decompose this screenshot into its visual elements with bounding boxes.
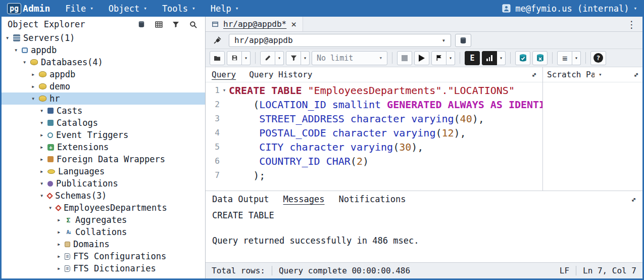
chevron-right-icon[interactable]: ▸ [29, 71, 37, 78]
chevron-right-icon[interactable]: ▸ [38, 168, 45, 175]
query-area: Query Query History ↔ 1▾CREATE TABLE "Em… [206, 67, 642, 191]
chevron-down-icon[interactable]: ▾ [38, 192, 45, 199]
code-text[interactable]: ); [229, 168, 542, 182]
chevron-down-icon[interactable]: ▾ [38, 107, 45, 114]
maximize-panel-icon[interactable]: ↔ [529, 69, 539, 79]
macros-dropdown[interactable]: ▾ [572, 51, 581, 65]
chevron-right-icon[interactable]: ▸ [55, 228, 63, 236]
tree-item-appdb[interactable]: ▸appdb [2, 68, 205, 80]
menu-file[interactable]: File ▾ [65, 4, 93, 14]
filter-icon[interactable] [170, 18, 182, 30]
close-icon[interactable]: × [291, 20, 296, 29]
stop-button[interactable] [397, 51, 412, 65]
save-options-dropdown[interactable]: ▾ [242, 51, 251, 65]
tree-item-schemas-3-[interactable]: ▾Schemas(3) [2, 190, 205, 202]
code-text[interactable]: CREATE TABLE "EmployeesDepartments"."LOC… [229, 83, 542, 98]
chevron-right-icon[interactable]: ▸ [55, 216, 63, 223]
tree-item-domains[interactable]: ▸Domains [2, 238, 205, 250]
search-icon[interactable] [187, 18, 199, 30]
macros-button[interactable]: ≡ [557, 51, 572, 65]
code-text[interactable]: (LOCATION_ID smallint GENERATED ALWAYS A… [229, 98, 542, 112]
tree-item-hr[interactable]: ▾hr [2, 92, 205, 105]
filter-options-dropdown[interactable]: ▾ [301, 51, 310, 65]
tree-item-casts[interactable]: ▾Casts [2, 105, 205, 117]
save-button[interactable] [227, 51, 242, 65]
chevron-down-icon[interactable]: ▾ [599, 71, 602, 78]
chevron-down-icon[interactable]: ▾ [29, 95, 37, 102]
kebab-menu-icon[interactable]: ⋮ [621, 19, 642, 30]
rollback-button[interactable] [532, 51, 548, 65]
execute-to-flag-button[interactable] [431, 51, 447, 65]
execute-button[interactable] [414, 51, 429, 65]
chevron-right-icon[interactable]: ▸ [38, 144, 45, 151]
cursor-position[interactable]: Ln 7, Col 7 [583, 266, 636, 275]
chevron-right-icon[interactable]: ▸ [55, 253, 63, 260]
tree-item-catalogs[interactable]: ▾Catalogs [2, 117, 205, 129]
tree-item-languages[interactable]: ▸Languages [2, 165, 205, 177]
tree-item-event-triggers[interactable]: ▸Event Triggers [2, 129, 205, 141]
editor-line: 6 COUNTRY_ID CHAR(2) [206, 154, 542, 168]
view-data-icon[interactable] [153, 18, 165, 30]
code-text[interactable]: POSTAL_CODE character varying(12), [229, 126, 542, 140]
menu-object[interactable]: Object ▾ [109, 4, 147, 14]
scratch-pad-body[interactable] [543, 82, 642, 191]
maximize-panel-icon[interactable]: ↔ [628, 194, 638, 204]
tab-query-history[interactable]: Query History [249, 70, 312, 79]
chevron-down-icon[interactable]: ▾ [4, 34, 11, 41]
chevron-right-icon[interactable]: ▸ [29, 83, 37, 90]
tree-item-publications[interactable]: ▾Publications [2, 177, 205, 190]
open-file-button[interactable] [210, 51, 225, 65]
connection-status-icon[interactable] [210, 34, 225, 47]
edit-button[interactable] [260, 51, 275, 65]
maximize-panel-icon[interactable]: ↔ [631, 69, 641, 79]
filter-button[interactable] [286, 51, 301, 65]
tree-item-demo[interactable]: ▸demo [2, 80, 205, 92]
tab-messages[interactable]: Messages [283, 194, 325, 204]
chevron-down-icon[interactable]: ▾ [21, 59, 28, 66]
help-button[interactable]: ? [590, 51, 606, 65]
chevron-right-icon[interactable]: ▸ [38, 131, 45, 138]
tab-notifications[interactable]: Notifications [338, 194, 406, 204]
eol-indicator[interactable]: LF [560, 266, 569, 275]
explain-analyze-button[interactable] [482, 51, 497, 65]
chevron-down-icon[interactable]: ▾ [38, 119, 45, 126]
execute-options-dropdown[interactable]: ▾ [447, 51, 455, 65]
code-text[interactable]: STREET_ADDRESS character varying(40), [229, 112, 542, 126]
play-icon [419, 55, 425, 62]
sql-editor[interactable]: 1▾CREATE TABLE "EmployeesDepartments"."L… [206, 82, 542, 191]
menu-help[interactable]: Help ▾ [211, 4, 239, 14]
chevron-right-icon[interactable]: ▸ [38, 156, 45, 163]
explain-analyze-dropdown[interactable]: ▾ [497, 51, 506, 65]
tree-item-aggregates[interactable]: ▸Aggregates [2, 214, 205, 226]
chevron-right-icon[interactable]: ▸ [55, 241, 63, 248]
code-fold-icon[interactable]: ▾ [220, 83, 229, 98]
tree-item-foreign-data-wrappers[interactable]: ▸Foreign Data Wrappers [2, 153, 205, 165]
user-menu[interactable]: me@fymio.us (internal) ▾ [502, 4, 637, 14]
code-text[interactable]: CITY character varying(30), [229, 140, 542, 154]
tree-item-servers-1-[interactable]: ▾Servers(1) [2, 32, 205, 44]
chevron-down-icon[interactable]: ▾ [46, 204, 54, 211]
tree-item-appdb[interactable]: ▾appdb [2, 44, 205, 56]
chevron-right-icon[interactable]: ▸ [55, 265, 63, 272]
scratch-pad-title[interactable]: Scratch Pad [547, 70, 595, 79]
tab-query[interactable]: Query [212, 70, 236, 79]
query-tool-icon[interactable] [135, 18, 147, 30]
new-connection-button[interactable] [455, 34, 471, 47]
tab-data-output[interactable]: Data Output [212, 194, 269, 204]
commit-button[interactable] [515, 51, 530, 65]
tree-item-collations[interactable]: ▸Collations [2, 226, 205, 238]
limit-select[interactable]: No limit ▾ [312, 51, 387, 65]
explain-button[interactable]: E [465, 51, 480, 65]
tree-item-fts-configurations[interactable]: ▸FTS Configurations [2, 250, 205, 262]
chevron-down-icon[interactable]: ▾ [38, 180, 45, 187]
query-tool-tab[interactable]: hr/app@appdb* × [206, 17, 303, 31]
edit-options-dropdown[interactable]: ▾ [275, 51, 284, 65]
chevron-down-icon[interactable]: ▾ [12, 46, 20, 54]
tree-item-fts-dictionaries[interactable]: ▸FTS Dictionaries [2, 262, 205, 274]
tree-item-databases-4-[interactable]: ▾Databases(4) [2, 56, 205, 68]
code-text[interactable]: COUNTRY_ID CHAR(2) [229, 154, 542, 168]
tree-item-extensions[interactable]: ▸Extensions [2, 141, 205, 153]
menu-tools[interactable]: Tools ▾ [162, 4, 195, 14]
tree-item-employeesdepartments[interactable]: ▾EmployeesDepartments [2, 202, 205, 214]
connection-selector[interactable]: hr/app@appdb ▾ [229, 34, 451, 47]
